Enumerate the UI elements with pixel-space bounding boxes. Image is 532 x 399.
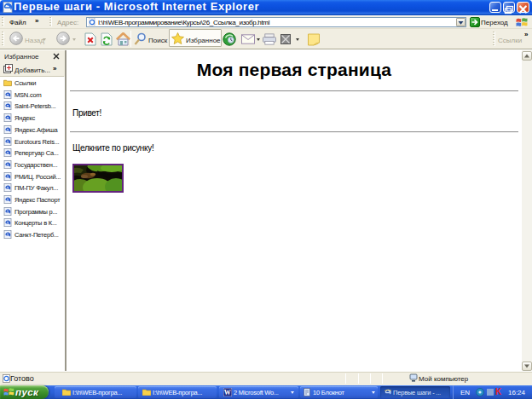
svg-text:W: W bbox=[224, 389, 231, 396]
